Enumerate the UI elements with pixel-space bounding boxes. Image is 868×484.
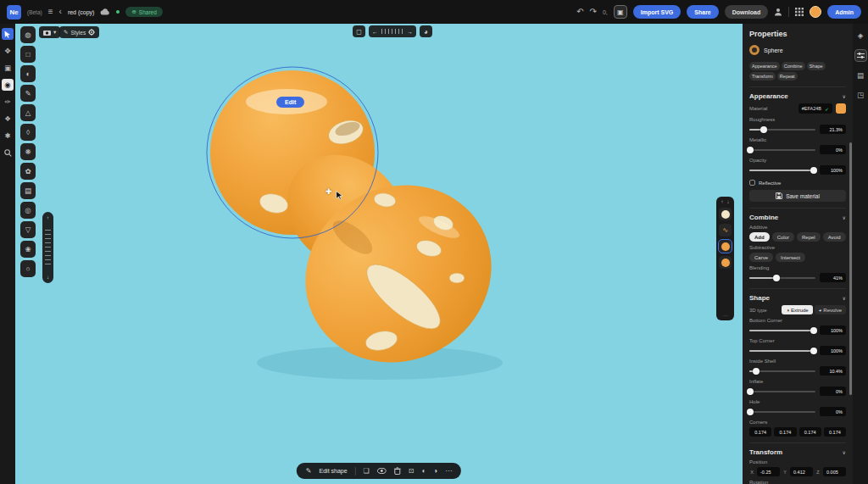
top-corner-value[interactable]: 100% — [820, 346, 846, 355]
orbit-view-button[interactable]: ◕ — [420, 25, 432, 37]
edit-object-button[interactable]: Edit — [276, 97, 304, 108]
material-hex-field[interactable]: #EFA24B ✓ — [798, 103, 832, 114]
metallic-slider[interactable] — [749, 149, 815, 151]
position-z-field[interactable]: 0.005 — [823, 467, 846, 476]
focus-icon[interactable]: ⊡ — [409, 468, 415, 475]
layer-orange-selected[interactable] — [719, 240, 732, 253]
tab-appearance[interactable]: Appearance — [749, 62, 780, 70]
bottom-corner-value[interactable]: 100% — [820, 325, 846, 335]
blob-spike-button[interactable]: ❋ — [20, 143, 36, 160]
duplicate-icon[interactable]: ❏ — [364, 468, 370, 475]
history-ticks[interactable] — [381, 29, 403, 34]
combine-add-button[interactable]: Add — [749, 232, 770, 242]
material-sphere-icon[interactable]: ◐ — [421, 468, 426, 475]
corner-value-3[interactable]: 0.174 — [799, 427, 821, 437]
share-button[interactable]: Share — [687, 5, 718, 19]
zoom-stepper[interactable]: ↑ ↓ — [42, 212, 53, 283]
position-y-field[interactable]: 0.412 — [790, 467, 813, 476]
export-panel-icon[interactable]: ◳ — [854, 89, 866, 101]
document-title[interactable]: red (copy) — [68, 9, 95, 15]
layer-curve[interactable]: ∿ — [719, 224, 732, 236]
primitive-egg-button[interactable]: ○ — [20, 260, 36, 277]
wireframe-sphere-icon[interactable]: ◑ — [433, 468, 437, 475]
chevron-down-icon[interactable]: ∨ — [843, 295, 846, 301]
inside-shell-slider[interactable] — [749, 370, 815, 372]
blending-slider[interactable] — [749, 277, 815, 279]
zoom-down-icon[interactable]: ↓ — [47, 275, 49, 280]
app-logo[interactable]: Ne — [7, 5, 21, 19]
combine-repel-button[interactable]: Repel — [797, 232, 821, 242]
edit-shape-button[interactable]: Edit shape — [320, 468, 348, 474]
model-tool[interactable]: ▣ — [2, 62, 14, 74]
extrude-button[interactable]: ◑ Extrude — [782, 305, 812, 314]
combine-color-button[interactable]: Color — [772, 232, 794, 242]
shared-badge[interactable]: ⊕ Shared — [125, 7, 162, 17]
primitive-cube-button[interactable]: □ — [20, 46, 36, 63]
zoom-up-icon[interactable]: ↑ — [47, 215, 49, 220]
primitive-gem-button[interactable]: ◊ — [20, 124, 36, 141]
hand-tool[interactable]: ✱ — [2, 130, 14, 142]
reflective-row[interactable]: Reflective — [749, 180, 846, 186]
selected-object-row[interactable]: Sphere — [749, 45, 846, 55]
draw-shape-button[interactable]: ✎ — [20, 85, 36, 102]
hole-slider[interactable] — [749, 411, 815, 413]
back-icon[interactable]: ‹ — [59, 8, 62, 16]
undo-icon[interactable]: ↶ — [576, 8, 583, 16]
strip-handle[interactable]: ⋯ — [723, 314, 728, 317]
opacity-slider[interactable] — [749, 170, 815, 171]
download-button[interactable]: Download — [725, 5, 768, 19]
styles-button[interactable]: ✎ Styles — [59, 26, 99, 38]
viewport-canvas[interactable]: ◍ □ ◐ ✎ △ ◊ ❋ ✿ ▤ ◎ ▽ ❀ ○ ▾ — [15, 24, 743, 484]
inflate-slider[interactable] — [749, 391, 815, 392]
primitive-cone-button[interactable]: △ — [20, 104, 36, 121]
history-scrubber[interactable]: ← → — [369, 25, 416, 37]
apps-grid-icon[interactable] — [795, 8, 804, 16]
history-back-icon[interactable]: ← — [372, 29, 378, 35]
bottom-corner-slider[interactable] — [749, 330, 815, 331]
layer-cream[interactable] — [719, 208, 732, 220]
position-x-field[interactable]: -0.25 — [757, 467, 780, 476]
comments-panel-icon[interactable]: ▤ — [854, 70, 866, 81]
layer-orange[interactable] — [719, 256, 732, 269]
more-actions-icon[interactable]: ⋯ — [445, 468, 452, 475]
scene-panel-icon[interactable]: ◈ — [854, 30, 866, 42]
tab-repeat[interactable]: Repeat — [777, 72, 798, 81]
chevron-down-icon[interactable]: ∨ — [843, 93, 846, 99]
hole-value[interactable]: 0% — [820, 407, 846, 416]
reflective-checkbox[interactable] — [749, 180, 755, 186]
roughness-slider[interactable] — [749, 129, 815, 131]
blending-value[interactable]: 41% — [820, 273, 846, 282]
revolve-button[interactable]: ◕ Revolve — [815, 305, 846, 314]
camera-view-button[interactable]: ▾ — [39, 26, 60, 38]
primitive-sphere-button[interactable]: ◍ — [20, 26, 36, 43]
metallic-value[interactable]: 0% — [820, 145, 846, 154]
blob-fold-button[interactable]: ▤ — [20, 182, 36, 199]
material-tool[interactable]: ✑ — [2, 96, 14, 108]
corner-value-2[interactable]: 0.174 — [774, 427, 796, 437]
search-tool[interactable] — [2, 147, 14, 159]
library-tool[interactable]: ❖ — [2, 113, 14, 125]
corner-value-4[interactable]: 0.174 — [824, 427, 846, 437]
tab-transform[interactable]: Transform — [749, 72, 776, 81]
inflate-value[interactable]: 0% — [820, 387, 846, 396]
invite-user-icon[interactable] — [774, 8, 782, 16]
corner-value-1[interactable]: 0.174 — [749, 427, 771, 437]
save-material-button[interactable]: Save material — [749, 190, 846, 202]
menu-icon[interactable]: ≡ — [48, 8, 53, 16]
transform-tool[interactable]: ✥ — [2, 45, 14, 57]
primitive-torus-button[interactable]: ◎ — [20, 202, 36, 219]
chevron-down-icon[interactable]: ∨ — [843, 449, 846, 455]
material-color-swatch[interactable] — [836, 103, 846, 114]
3d-object[interactable] — [15, 24, 743, 484]
history-forward-icon[interactable]: → — [407, 29, 413, 35]
visibility-icon[interactable] — [377, 468, 387, 474]
inside-shell-value[interactable]: 10.4% — [820, 366, 846, 376]
layer-down-icon[interactable]: ↓ — [727, 199, 730, 204]
clipboard-icon[interactable]: ▣ — [614, 5, 627, 19]
redo-icon[interactable]: ↷ — [590, 8, 597, 16]
primitive-pyramid-button[interactable]: ▽ — [20, 221, 36, 238]
trash-icon[interactable] — [394, 467, 401, 475]
layer-up-icon[interactable]: ↑ — [721, 199, 724, 204]
blob-petal-button[interactable]: ❀ — [20, 241, 36, 258]
opacity-value[interactable]: 100% — [820, 165, 846, 175]
